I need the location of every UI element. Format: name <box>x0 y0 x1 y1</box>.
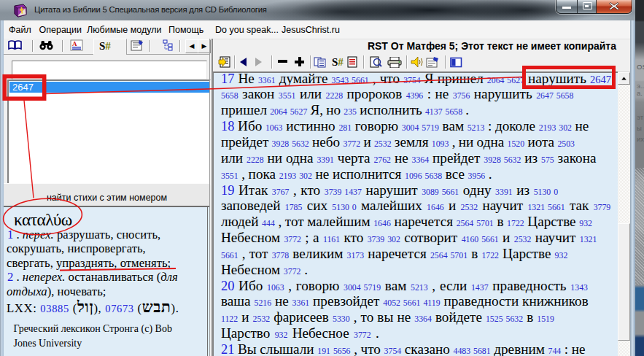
svg-text:A: A <box>72 40 77 47</box>
